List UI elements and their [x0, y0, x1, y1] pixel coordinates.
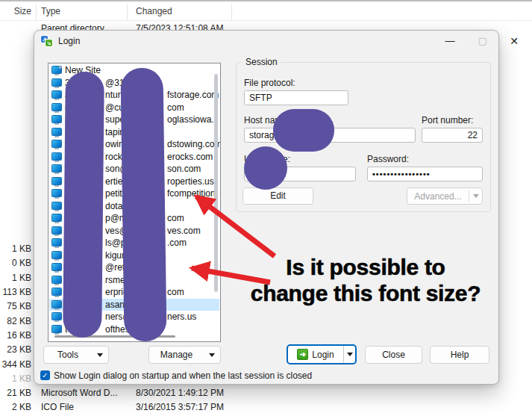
dialog-titlebar[interactable]: ↗↘ Login — ▢ ✕ [34, 31, 498, 52]
column-header-changed[interactable]: Changed [136, 6, 172, 16]
file-size: 16 KB [0, 330, 31, 342]
column-header-size[interactable]: Size [0, 6, 31, 16]
user-name-label: User name: [244, 154, 290, 164]
tools-button[interactable]: Tools [43, 346, 109, 364]
site-list-item[interactable]: r@retro [49, 261, 219, 274]
site-icon [52, 264, 61, 270]
site-list-item[interactable]: pls@pa.com [49, 237, 219, 249]
site-icon [52, 214, 61, 221]
close-icon[interactable]: ✕ [503, 31, 525, 52]
advanced-button-label: Advanced... [407, 191, 469, 202]
site-list-item[interactable]: mp@moscom [49, 212, 219, 225]
host-name-label: Host name: [244, 115, 290, 125]
site-list-item[interactable]: sasantv [49, 299, 219, 311]
site-icon [52, 178, 61, 184]
column-header-type[interactable]: Type [41, 6, 60, 16]
port-number-input[interactable]: 22 [422, 128, 483, 143]
show-login-checkbox-label: Show Login dialog on startup and when th… [54, 370, 312, 381]
chevron-down-icon[interactable] [204, 353, 220, 357]
site-icon [52, 91, 61, 98]
site-list-item[interactable]: inson@inson.com [49, 163, 219, 176]
site-icon [52, 190, 61, 196]
file-row-type[interactable]: ICO File [41, 402, 74, 412]
site-icon [52, 153, 61, 160]
site-list-item[interactable]: tofthesu [49, 323, 219, 336]
dialog-title: Login [58, 36, 80, 46]
site-list-item[interactable]: inertiesroperties.us [49, 176, 219, 188]
site-icon [52, 326, 61, 332]
site-list-item[interactable]: hrocks@erocks.com [49, 151, 219, 164]
site-list-item[interactable]: stners@sners.us [49, 311, 219, 323]
session-group-label: Session [242, 57, 281, 67]
toolbar-edge [0, 0, 532, 1]
advanced-button[interactable]: Advanced... [407, 187, 483, 205]
screenshot-root: Size Type Changed Parent directory 7/5/2… [0, 0, 532, 419]
minimize-button[interactable]: — [439, 31, 461, 52]
password-label: Password: [367, 154, 409, 164]
file-size: 0 KB [0, 258, 31, 270]
horizontal-scrollbar[interactable] [54, 335, 175, 338]
password-input[interactable]: •••••••••••••••• [367, 167, 483, 181]
host-name-input[interactable]: storagein [244, 128, 416, 143]
manage-button-label: Manage [149, 350, 204, 360]
site-icon [52, 227, 61, 234]
file-size: 75 KB [0, 301, 31, 313]
site-list-item[interactable]: anturelafstorage.com [49, 89, 219, 102]
site-icon [52, 79, 61, 86]
site-icon [52, 252, 61, 258]
edit-button[interactable]: Edit [242, 187, 313, 205]
file-size: 21 KB [0, 388, 31, 398]
maximize-button: ▢ [472, 31, 494, 52]
close-button[interactable]: Close [365, 346, 422, 364]
login-button-label: Login [312, 350, 334, 360]
site-icon [52, 313, 61, 320]
site-list-item[interactable]: dsuperoglassiowa. [49, 114, 219, 126]
chevron-down-icon[interactable] [92, 353, 108, 357]
site-icon [52, 165, 61, 172]
site-icon [52, 239, 61, 246]
site-list-item[interactable]: dtapint [49, 126, 219, 139]
help-button[interactable]: Help [430, 346, 489, 364]
column-separator [36, 4, 37, 20]
show-login-checkbox[interactable]: ✓ [40, 370, 50, 380]
file-row-type[interactable]: Microsoft Word D... [41, 388, 117, 398]
vertical-scrollbar[interactable] [214, 74, 218, 292]
site-list-item[interactable]: serpricecom [49, 286, 219, 299]
bg-size-list: 1 KB0 KB1 KB113 KB75 KB82 KB16 KB23 KB34… [0, 243, 31, 393]
site-list-item[interactable]: mpetitionfcompetition [49, 187, 219, 200]
site-icon [52, 104, 61, 111]
file-row-changed: 8/30/2021 1:49:12 PM [136, 388, 224, 398]
site-icon [52, 202, 61, 209]
manage-button[interactable]: Manage [148, 346, 221, 364]
port-number-label: Port number: [422, 115, 473, 125]
site-list-item[interactable]: pkigurl.c [49, 249, 219, 262]
login-button[interactable]: ➜ Login [287, 344, 357, 364]
user-name-input[interactable]: dh [244, 167, 356, 181]
file-size: 82 KB [0, 316, 31, 328]
file-size: 23 KB [0, 344, 31, 356]
chevron-down-icon[interactable] [469, 194, 482, 198]
file-protocol-select[interactable]: SFTP [244, 90, 348, 105]
site-list-item[interactable]: mdotada [49, 200, 219, 213]
site-list-item[interactable]: 313@3134r [49, 77, 219, 90]
chevron-down-icon[interactable] [344, 353, 355, 356]
site-list-item[interactable]: New Site [49, 64, 219, 77]
site-list-item[interactable]: nves@nves.com [49, 225, 219, 238]
file-size: 344 KB [0, 359, 31, 371]
site-list-item[interactable]: rsrsmech [49, 274, 219, 287]
site-list-item[interactable]: c@custcom [49, 102, 219, 114]
site-list[interactable]: New Site313@3134ranturelafstorage.comc@c… [48, 63, 221, 342]
file-size: 2 KB [0, 402, 31, 412]
file-size: 1 KB [0, 243, 31, 255]
file-size: 113 KB [0, 287, 31, 299]
session-group: Session File protocol: SFTP Host name: s… [236, 62, 491, 212]
site-icon [52, 140, 61, 147]
site-list-item[interactable]: gowingdstowing.com [49, 138, 219, 151]
column-separator [127, 4, 128, 20]
login-dialog: ↗↘ Login — ▢ ✕ New Site313@3134ranturela… [34, 30, 499, 385]
site-icon [52, 116, 61, 122]
file-size: 1 KB [0, 373, 31, 385]
site-icon [52, 301, 61, 308]
new-site-icon [52, 66, 61, 73]
header-divider [0, 20, 532, 21]
